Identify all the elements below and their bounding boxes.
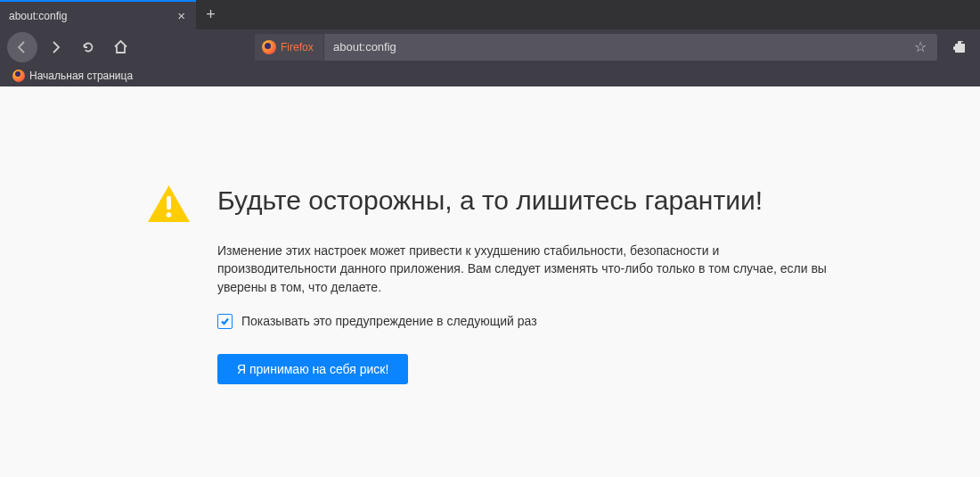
close-tab-icon[interactable]: ×	[176, 8, 187, 23]
page-content: Будьте осторожны, а то лишитесь гарантии…	[0, 86, 980, 477]
bookmark-label: Начальная страница	[29, 70, 133, 82]
reload-button[interactable]	[75, 34, 102, 61]
svg-point-4	[167, 212, 172, 218]
checkbox[interactable]	[217, 314, 233, 329]
nav-toolbar: Firefox about:config ☆	[0, 29, 980, 64]
back-button[interactable]	[7, 32, 37, 62]
tab-title: about:config	[9, 10, 176, 22]
warning-text: Изменение этих настроек может привести к…	[217, 242, 833, 296]
identity-label: Firefox	[281, 41, 314, 53]
svg-rect-3	[167, 196, 171, 210]
warning-title: Будьте осторожны, а то лишитесь гарантии…	[217, 185, 833, 217]
tab-bar: about:config × +	[0, 0, 980, 29]
identity-box[interactable]: Firefox	[255, 34, 324, 61]
warning-body: Будьте осторожны, а то лишитесь гарантии…	[217, 185, 833, 477]
accept-risk-button[interactable]: Я принимаю на себя риск!	[217, 354, 408, 384]
new-tab-button[interactable]: +	[196, 0, 225, 29]
home-button[interactable]	[107, 34, 134, 61]
firefox-icon	[262, 40, 276, 54]
checkbox-label: Показывать это предупреждение в следующи…	[241, 314, 537, 328]
bookmark-bar: Начальная страница	[0, 64, 980, 86]
warning-icon	[147, 185, 191, 477]
url-bar[interactable]: Firefox about:config ☆	[255, 34, 937, 61]
svg-rect-1	[958, 41, 961, 45]
forward-button[interactable]	[43, 34, 69, 61]
bookmark-star-icon[interactable]: ☆	[909, 38, 932, 55]
show-warning-checkbox-row[interactable]: Показывать это предупреждение в следующи…	[217, 314, 833, 329]
browser-tab[interactable]: about:config ×	[0, 0, 196, 29]
warning-box: Будьте осторожны, а то лишитесь гарантии…	[147, 185, 833, 477]
bookmark-start-page[interactable]: Начальная страница	[7, 68, 138, 84]
firefox-icon	[12, 70, 25, 82]
extensions-button[interactable]	[946, 34, 973, 61]
url-text: about:config	[324, 40, 909, 53]
svg-rect-2	[953, 46, 957, 50]
